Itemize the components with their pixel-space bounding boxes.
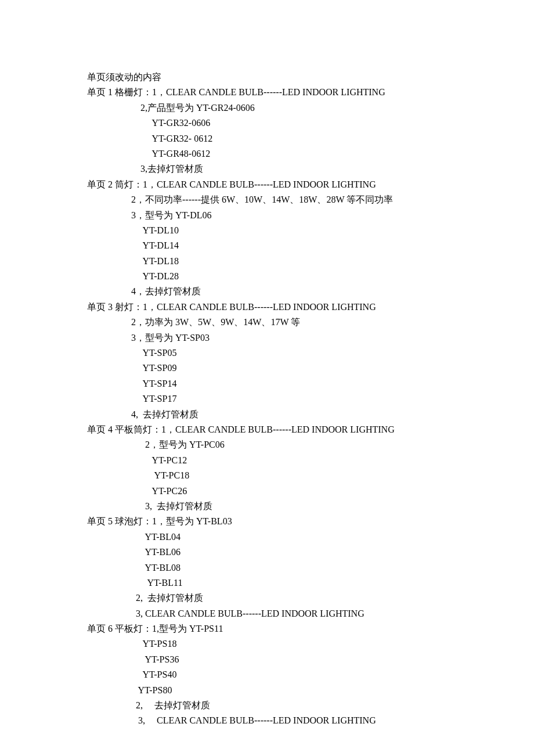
text-line: YT-DL18 [87, 254, 534, 269]
document-page: 单页须改动的内容 单页 1 格栅灯：1，CLEAR CANDLE BULB---… [0, 0, 534, 729]
text-line: YT-DL14 [87, 238, 534, 253]
text-line: YT-PC12 [87, 453, 534, 468]
text-line: 4, 去掉灯管材质 [87, 407, 534, 422]
text-line: YT-DL10 [87, 223, 534, 238]
text-line: 单页 5 球泡灯：1，型号为 YT-BL03 [87, 514, 534, 529]
text-line: YT-PC18 [87, 468, 534, 483]
text-line: YT-SP17 [87, 391, 534, 406]
text-line: 2, 去掉灯管材质 [87, 698, 534, 713]
text-line: YT-BL11 [87, 575, 534, 591]
text-line: 单页 4 平板筒灯：1，CLEAR CANDLE BULB------LED I… [87, 422, 534, 437]
text-line: YT-PS18 [87, 636, 534, 651]
text-line: YT-PS80 [87, 683, 534, 698]
text-line: 3,去掉灯管材质 [87, 161, 534, 177]
text-line: 3，型号为 YT-SP03 [87, 330, 534, 345]
text-line: YT-SP14 [87, 376, 534, 391]
text-line: 4，去掉灯管材质 [87, 284, 534, 299]
text-line: 单页 2 筒灯：1，CLEAR CANDLE BULB------LED IND… [87, 177, 534, 192]
text-line: YT-DL28 [87, 269, 534, 284]
text-line: YT-GR32-0606 [87, 116, 534, 131]
text-line: 2，功率为 3W、5W、9W、14W、17W 等 [87, 315, 534, 330]
text-line: 3, CLEAR CANDLE BULB------LED INDOOR LIG… [87, 713, 534, 728]
text-line: 2,产品型号为 YT-GR24-0606 [87, 100, 534, 116]
text-line: YT-SP09 [87, 361, 534, 376]
text-line: 单页须改动的内容 [87, 70, 534, 85]
text-line: 2，型号为 YT-PC06 [87, 437, 534, 452]
text-line: 2, 去掉灯管材质 [87, 591, 534, 606]
text-line: YT-BL04 [87, 530, 534, 545]
text-line: YT-BL06 [87, 545, 534, 560]
text-line: YT-GR32- 0612 [87, 131, 534, 146]
text-line: YT-PS36 [87, 652, 534, 667]
text-line: YT-PS40 [87, 667, 534, 682]
text-line: YT-BL08 [87, 560, 534, 575]
text-line: 2，不同功率------提供 6W、10W、14W、18W、28W 等不同功率 [87, 192, 534, 207]
text-line: 单页 1 格栅灯：1，CLEAR CANDLE BULB------LED IN… [87, 85, 534, 100]
text-line: 单页 3 射灯：1，CLEAR CANDLE BULB------LED IND… [87, 300, 534, 315]
text-line: 3, CLEAR CANDLE BULB------LED INDOOR LIG… [87, 606, 534, 621]
text-line: 单页 6 平板灯：1,型号为 YT-PS11 [87, 621, 534, 636]
text-line: YT-SP05 [87, 345, 534, 361]
text-line: 3, 去掉灯管材质 [87, 499, 534, 514]
text-line: 3，型号为 YT-DL06 [87, 208, 534, 223]
text-line: YT-GR48-0612 [87, 146, 534, 161]
text-line: YT-PC26 [87, 484, 534, 499]
